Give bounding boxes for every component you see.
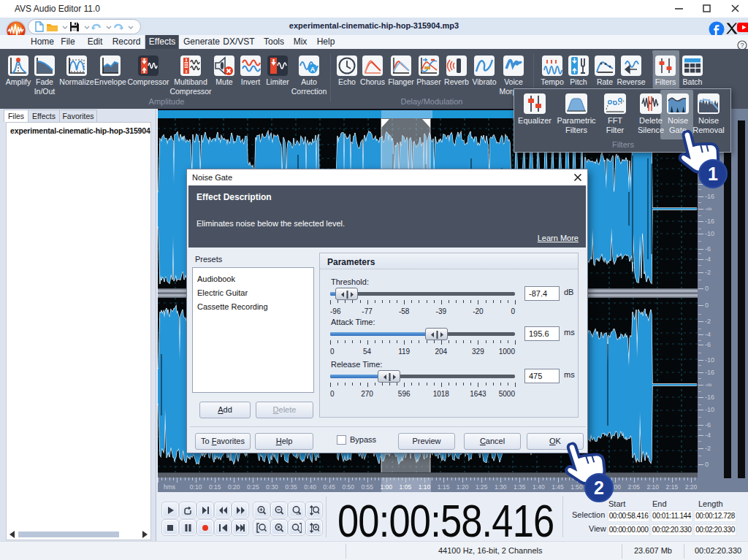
svg-text:100: 100 <box>296 512 301 515</box>
svg-text:A: A <box>310 66 316 73</box>
svg-text:?: ? <box>740 42 744 49</box>
